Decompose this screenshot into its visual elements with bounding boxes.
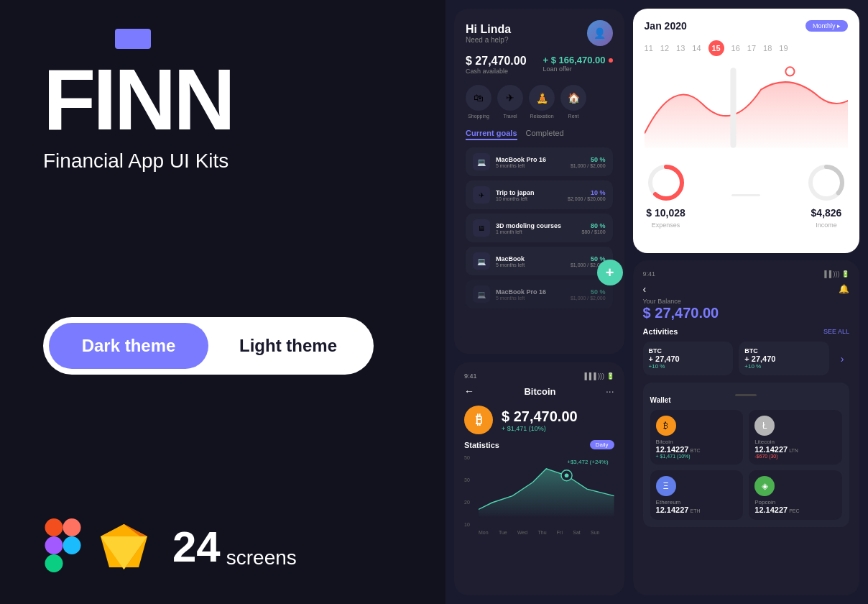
month-label: Jan 2020	[645, 20, 687, 32]
completed-tab[interactable]: Completed	[526, 129, 564, 140]
expenses-amount: $ 10,028	[646, 207, 685, 219]
bitcoin-title: Bitcoin	[524, 386, 555, 397]
back-icon[interactable]: ‹	[643, 283, 647, 295]
wallet-popcoin: ◈ Popcoin 12.14227 PEC	[749, 470, 842, 520]
date-11: 11	[645, 44, 653, 52]
btc-activity-1: BTC + 27,470 +10 %	[643, 342, 734, 375]
loan-amount: + $ 166,470.00	[542, 55, 605, 65]
svg-point-4	[63, 536, 81, 554]
light-chart	[645, 65, 848, 151]
bell-icon[interactable]: 🔔	[839, 284, 849, 294]
light-screen-balance: 9:41 ▐▐ ))) 🔋 ‹ 🔔 Your Balance $ 27,470.…	[633, 260, 859, 595]
btc-price: $ 27,470.00	[502, 408, 578, 425]
stats-label: Statistics	[464, 441, 499, 449]
popcoin-wallet-icon: ◈	[754, 476, 775, 496]
btc-activity-2: BTC + 27,470 +10 %	[739, 342, 829, 375]
btc-change: + $1,471 (10%)	[502, 425, 578, 432]
wallet-grid: ₿ Bitcoin 12.14227 BTC + $1,471 (10%) Ł …	[650, 410, 842, 520]
divider	[731, 194, 760, 196]
current-goals-tab[interactable]: Current goals	[466, 129, 517, 140]
svg-rect-3	[45, 554, 63, 572]
litecoin-wallet-icon: Ł	[754, 416, 775, 436]
goal-icon: 💻	[473, 252, 490, 270]
date-row: 11 12 13 14 15 16 17 18 19	[645, 40, 848, 56]
rent-icon: 🏠	[560, 85, 586, 111]
bottom-icons-row: 24 screens	[43, 518, 402, 575]
goal-icon: ✈	[473, 186, 490, 203]
dark-screen-bitcoin: 9:41 ▐▐▐ ))) 🔋 ← Bitcoin ··· ₿ $ 27,470.…	[454, 362, 624, 595]
figma-icon	[43, 518, 83, 575]
svg-rect-1	[63, 518, 81, 536]
daily-badge: Daily	[590, 440, 614, 449]
cash-balance: $ 27,470.00	[466, 55, 527, 68]
wallet-section: Wallet ₿ Bitcoin 12.14227 BTC + $1,471 (…	[643, 383, 849, 527]
dark-theme-button[interactable]: Dark theme	[49, 323, 208, 369]
back-arrow-icon[interactable]: ←	[464, 385, 474, 397]
svg-rect-2	[45, 536, 63, 554]
goal-item-macbook2: 💻 MacBook 5 months left 50 % $1,000 / $2…	[466, 247, 613, 275]
btc-chart: 50 30 20 10 +$3,472 (+24%)	[464, 455, 614, 527]
chart-x-labels: Mon Tue Wed Thu Fri Sat Sun	[464, 530, 614, 535]
balance-screen-status: ▐▐ ))) 🔋	[822, 270, 849, 278]
logo-accent-bar	[115, 29, 151, 49]
activities-label: Activities	[643, 327, 678, 336]
goal-item-japan: ✈ Trip to japan 10 months left 10 % $2,0…	[466, 180, 613, 209]
avatar: 👤	[587, 20, 613, 46]
see-all-button[interactable]: SEE ALL	[823, 328, 849, 335]
wallet-label: Wallet	[650, 396, 842, 404]
main-balance: $ 27,470.00	[643, 305, 849, 321]
date-19: 19	[779, 44, 788, 52]
goal-item-3d: 🖥 3D modeling courses 1 month left 80 % …	[466, 214, 613, 242]
logo-section: FINN Financial App UI Kits	[43, 29, 402, 173]
date-17: 17	[747, 44, 756, 52]
rent-icon-item: 🏠 Rent	[560, 85, 586, 119]
wallet-ethereum: Ξ Ethereum 12.14227 ETH	[650, 470, 744, 520]
app-logo: FINN	[43, 56, 233, 142]
middle-column: Hi Linda Need a help? 👤 $ 27,470.00 Cash…	[454, 9, 624, 595]
goal-icon: 💻	[473, 285, 490, 303]
goal-item-macbook3: 💻 MacBook Pro 16 5 months left 50 % $1,0…	[466, 280, 613, 308]
date-15-active[interactable]: 15	[708, 40, 724, 56]
date-13: 13	[676, 44, 685, 52]
svg-point-12	[785, 67, 794, 76]
sketch-icon	[97, 521, 151, 574]
expenses-label: Expenses	[652, 221, 680, 229]
more-options-icon[interactable]: ···	[606, 385, 614, 397]
need-help-text: Need a help?	[466, 36, 511, 44]
right-column: Jan 2020 Monthly ▸ 11 12 13 14 15 16 17 …	[633, 9, 859, 595]
greeting-text: Hi Linda	[466, 23, 511, 36]
wallet-bitcoin: ₿ Bitcoin 12.14227 BTC + $1,471 (10%)	[650, 410, 744, 465]
red-dot	[609, 58, 613, 63]
scroll-right-icon: ›	[835, 342, 849, 375]
monthly-toggle[interactable]: Monthly ▸	[805, 20, 848, 32]
travel-icon: ✈	[497, 85, 523, 111]
wallet-litecoin: Ł Litecoin 12.14227 LTN -$670 (30)	[749, 410, 842, 465]
travel-icon-item: ✈ Travel	[497, 85, 523, 119]
income-label: Income	[816, 221, 837, 229]
theme-toggle[interactable]: Dark theme Light theme	[43, 317, 374, 375]
income-donut: $4,826 Income	[805, 161, 848, 229]
date-14: 14	[692, 44, 701, 52]
date-18: 18	[763, 44, 772, 52]
shopping-icon: 🛍	[466, 85, 491, 111]
date-16: 16	[731, 44, 740, 52]
screens-count: 24	[172, 522, 221, 572]
bitcoin-wallet-icon: ₿	[656, 416, 676, 436]
dark-screen-goals: Hi Linda Need a help? 👤 $ 27,470.00 Cash…	[454, 9, 624, 354]
add-goal-button[interactable]: +	[597, 260, 623, 285]
relax-icon-item: 🧘 Relaxation	[529, 85, 555, 119]
light-theme-button[interactable]: Light theme	[208, 323, 368, 369]
donut-row: $ 10,028 Expenses $4,826 Income	[645, 161, 848, 229]
btc-activity-row: BTC + 27,470 +10 % BTC + 27,470 +10 % ›	[643, 342, 849, 375]
relax-icon: 🧘	[529, 85, 555, 111]
chart-y-labels: 50 30 20 10	[464, 455, 470, 527]
loan-label: Loan offer	[542, 65, 612, 73]
goal-item-macbook: 💻 MacBook Pro 16 5 months left 50 % $1,0…	[466, 147, 613, 176]
goal-icon: 💻	[473, 153, 490, 170]
your-balance-label: Your Balance	[643, 298, 849, 305]
shopping-icon-item: 🛍 Shopping	[466, 85, 491, 119]
status-time: 9:41	[464, 372, 477, 380]
screens-label: screens	[226, 546, 297, 575]
bitcoin-icon: ₿	[464, 406, 493, 434]
svg-point-11	[565, 473, 569, 477]
